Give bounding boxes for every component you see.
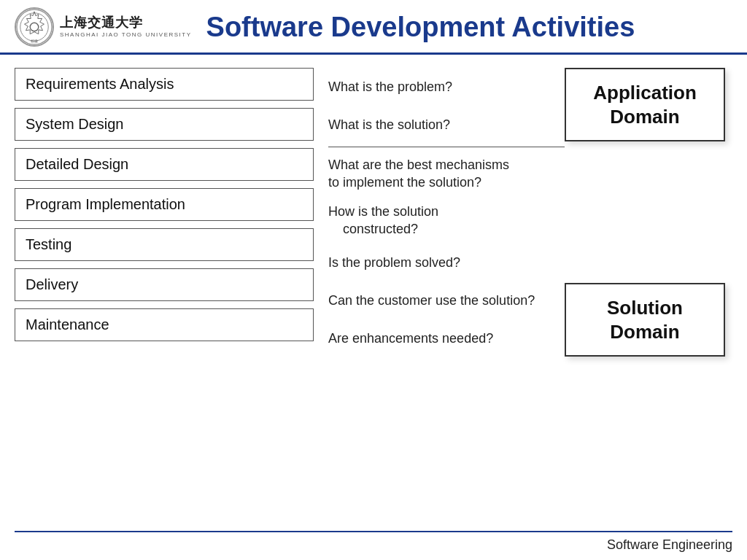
- header: 校徽 上海交通大学 SHANGHAI JIAO TONG UNIVERSITY …: [0, 0, 747, 55]
- svg-point-1: [20, 13, 48, 41]
- activity-system-design: System Design: [15, 108, 314, 141]
- question-row-3: What are the best mechanismsto implement…: [328, 150, 732, 197]
- logo-area: 校徽 上海交通大学 SHANGHAI JIAO TONG UNIVERSITY: [15, 7, 192, 47]
- question-7: Are enhancements needed?: [328, 330, 493, 347]
- question-4: How is the solution constructed?: [328, 203, 438, 238]
- svg-point-3: [30, 23, 39, 31]
- question-3: What are the best mechanismsto implement…: [328, 156, 509, 192]
- question-row-4: How is the solution constructed?: [328, 197, 732, 244]
- page-title-area: Software Development Activities: [192, 12, 732, 43]
- application-domain-label: ApplicationDomain: [593, 82, 697, 128]
- footer-label: Software Engineering: [607, 537, 732, 552]
- activity-testing: Testing: [15, 228, 314, 261]
- question-6: Can the customer use the solution?: [328, 292, 535, 309]
- activity-program-implementation: Program Implementation: [15, 188, 314, 221]
- logo-chinese: 上海交通大学: [60, 15, 192, 31]
- solution-domain-label: SolutionDomain: [607, 297, 683, 343]
- footer: Software Engineering: [607, 537, 732, 553]
- logo-text: 上海交通大学 SHANGHAI JIAO TONG UNIVERSITY: [60, 15, 192, 38]
- question-row-5: Is the problem solved?: [328, 244, 732, 281]
- footer-divider: [15, 531, 732, 532]
- activity-maintenance: Maintenance: [15, 308, 314, 341]
- university-emblem: 校徽: [15, 7, 54, 47]
- logo-english: SHANGHAI JIAO TONG UNIVERSITY: [60, 31, 192, 39]
- activity-requirements-analysis: Requirements Analysis: [15, 68, 314, 101]
- question-2: What is the solution?: [328, 116, 450, 133]
- question-1: What is the problem?: [328, 78, 452, 96]
- svg-text:校徽: 校徽: [30, 39, 38, 43]
- application-domain-box: ApplicationDomain: [565, 68, 725, 141]
- solution-domain-box: SolutionDomain: [565, 283, 725, 357]
- section-divider: [328, 147, 565, 147]
- main-content: Requirements Analysis System Design Deta…: [0, 55, 747, 365]
- activities-column: Requirements Analysis System Design Deta…: [15, 68, 314, 357]
- activity-delivery: Delivery: [15, 268, 314, 301]
- questions-column: ApplicationDomain What is the problem? W…: [314, 68, 732, 357]
- activity-detailed-design: Detailed Design: [15, 148, 314, 181]
- question-5: Is the problem solved?: [328, 254, 460, 271]
- page-title: Software Development Activities: [206, 12, 732, 43]
